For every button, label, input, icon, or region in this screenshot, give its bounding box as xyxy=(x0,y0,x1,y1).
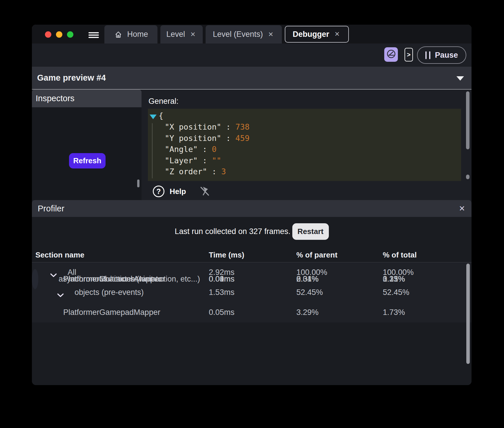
tab-label: Level xyxy=(166,30,185,39)
json-property: "X position" : 738 xyxy=(165,122,250,131)
json-property: "Z order" : 3 xyxy=(165,167,226,176)
column-header-section-name: Section name xyxy=(35,251,209,260)
percent-parent-cell: 52.45% xyxy=(296,288,383,297)
profiler-status-text: Last run collected on 327 frames. xyxy=(175,227,290,236)
window-close-button[interactable] xyxy=(45,31,51,38)
section-name: PlatformerMultitouchMapper xyxy=(63,275,162,284)
general-panel: General: { "X position" : 738"Y position… xyxy=(142,90,472,200)
tab-close-icon[interactable]: ✕ xyxy=(189,30,197,39)
json-scrollbar[interactable] xyxy=(466,175,469,179)
help-row: ? Help xyxy=(153,185,210,197)
game-preview-title: Game preview #4 xyxy=(37,73,106,83)
window-zoom-button[interactable] xyxy=(67,31,73,38)
profiler-body: Last run collected on 327 frames. Restar… xyxy=(32,217,472,385)
collapse-triangle-icon[interactable] xyxy=(150,115,157,119)
json-property: "Layer" : "" xyxy=(165,156,221,165)
tab-strip: HomeLevel✕Level (Events)✕Debugger✕ xyxy=(104,25,349,43)
gauge-icon xyxy=(386,49,396,60)
main-menu-icon[interactable] xyxy=(88,32,99,38)
section-name: objects (pre-events) xyxy=(75,288,144,297)
pause-button[interactable]: Pause xyxy=(417,46,466,64)
console-prompt-icon: > xyxy=(407,51,411,59)
time-cell: 0.05ms xyxy=(209,308,296,317)
profiler-title: Profiler xyxy=(38,204,64,213)
percent-parent-cell: 2.34% xyxy=(296,275,383,284)
profiler-row-platformermultitouchmapper[interactable]: PlatformerMultitouchMapper0.04ms2.34%1.2… xyxy=(32,269,38,289)
profiler-close-icon[interactable]: ✕ xyxy=(459,204,465,213)
home-icon xyxy=(114,30,123,39)
debugger-content: Inspectors Refresh InstancesPlayer (1)Pl… xyxy=(32,90,472,200)
time-cell: 1.53ms xyxy=(209,288,296,297)
help-icon[interactable]: ? xyxy=(153,186,164,197)
general-title: General: xyxy=(148,97,179,106)
help-label: Help xyxy=(170,187,186,196)
pause-button-label: Pause xyxy=(435,51,458,60)
tab-label: Level (Events) xyxy=(213,30,263,39)
pin-off-icon[interactable] xyxy=(199,185,210,197)
column-header-time: Time (ms) xyxy=(209,251,296,260)
json-open-brace: { xyxy=(159,111,163,120)
tab-bar: HomeLevel✕Level (Events)✕Debugger✕ xyxy=(32,25,472,43)
profiler-header: Profiler ✕ xyxy=(32,200,472,217)
json-property: "Y position" : 459 xyxy=(165,134,250,143)
percent-total-cell: 52.45% xyxy=(383,288,472,297)
pause-icon xyxy=(425,51,430,59)
section-name-cell: PlatformerMultitouchMapper xyxy=(35,269,209,289)
window-minimize-button[interactable] xyxy=(56,31,62,38)
profiler-table-header: Section name Time (ms) % of parent % of … xyxy=(32,248,472,262)
section-name: PlatformerGamepadMapper xyxy=(63,308,160,317)
profiler-scrollbar[interactable] xyxy=(466,264,470,364)
general-scrollbar[interactable] xyxy=(466,91,469,149)
tab-level[interactable]: Level✕ xyxy=(160,25,203,43)
properties-json-view: { "X position" : 738"Y position" : 459"A… xyxy=(148,109,461,181)
debugger-toolbar: > Pause xyxy=(32,43,472,67)
inspectors-title: Inspectors xyxy=(36,94,75,103)
profiler-row-platformergamepadmapper[interactable]: PlatformerGamepadMapper0.05ms3.29%1.73% xyxy=(32,302,472,322)
restart-button[interactable]: Restart xyxy=(292,223,329,240)
inspectors-scrollbar[interactable] xyxy=(137,179,139,187)
inspectors-header: Inspectors xyxy=(32,90,142,107)
tab-close-icon[interactable]: ✕ xyxy=(267,30,275,39)
game-preview-header[interactable]: Game preview #4 xyxy=(32,67,472,90)
preview-dropdown-caret-icon[interactable] xyxy=(456,76,464,81)
profiler-toggle-button[interactable] xyxy=(384,47,398,62)
inspectors-panel: Inspectors Refresh InstancesPlayer (1)Pl… xyxy=(32,90,142,200)
tab-home[interactable]: Home xyxy=(104,25,157,43)
profiler-table-rows: All2.92ms100.00%100.00%asynchronous acti… xyxy=(32,262,472,322)
column-header-percent-parent: % of parent xyxy=(296,251,383,260)
percent-total-cell: 1.73% xyxy=(383,308,472,317)
console-button[interactable]: > xyxy=(405,48,413,61)
screenshot-canvas: HomeLevel✕Level (Events)✕Debugger✕ xyxy=(0,0,504,428)
refresh-button[interactable]: Refresh xyxy=(69,153,106,168)
debugger-window: HomeLevel✕Level (Events)✕Debugger✕ xyxy=(32,25,472,385)
time-cell: 0.04ms xyxy=(209,275,296,284)
json-property: "Angle" : 0 xyxy=(165,145,217,154)
chevron-down-icon[interactable] xyxy=(57,291,64,300)
tab-label: Debugger xyxy=(293,30,329,39)
percent-parent-cell: 3.29% xyxy=(296,308,383,317)
tab-level-events-[interactable]: Level (Events)✕ xyxy=(206,25,282,43)
json-indent-guide xyxy=(152,123,153,178)
percent-total-cell: 1.23% xyxy=(383,275,405,284)
section-name-cell: PlatformerGamepadMapper xyxy=(35,302,209,322)
tab-close-icon[interactable]: ✕ xyxy=(333,30,341,39)
column-header-percent-total: % of total xyxy=(383,251,472,260)
tab-debugger[interactable]: Debugger✕ xyxy=(285,26,349,43)
tab-label: Home xyxy=(127,30,148,39)
profiler-status-row: Last run collected on 327 frames. Restar… xyxy=(32,223,472,240)
